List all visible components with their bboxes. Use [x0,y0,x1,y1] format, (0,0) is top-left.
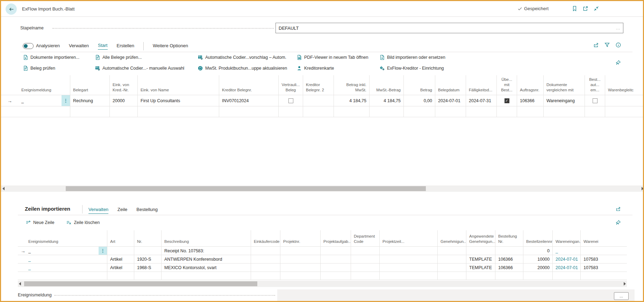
cell-bestellzeilennr[interactable]: 0 [523,247,552,255]
row-selector-cell[interactable]: → [18,247,26,255]
column-header-ereignismeldung[interactable]: Ereignismeldung [19,75,70,95]
cell-einkäufercode[interactable] [251,264,280,272]
column-header-belegart[interactable]: Belegart [70,75,109,95]
cell-beschreibung[interactable]: Receipt No. 107583: [161,247,251,255]
cell-bestellung-nr[interactable]: 106366 [495,264,523,272]
action-kreditorenkarte[interactable]: Kreditorenkarte [296,64,379,72]
menu-bestellung[interactable]: Bestellung [136,207,158,214]
cell-projektzeil[interactable] [379,255,437,263]
cell-ereignismeldung[interactable]: _⋮ [19,95,70,106]
collapse-icon[interactable] [593,6,599,12]
cell-warenei[interactable]: 107583 [580,264,627,272]
bookmark-icon[interactable] [572,6,578,12]
column-header-warenei[interactable]: Warenei [580,230,627,246]
cell-art[interactable]: Artikel [107,264,134,272]
checkbox[interactable]: ✓ [505,98,509,103]
cell-kreditor-belegnr[interactable]: INV07012024 [219,95,278,106]
cell-wareneingan[interactable]: 2024-07-01 [552,264,580,272]
cell-nr[interactable] [134,272,161,280]
cell-kreditor-belegnr[interactable] [219,106,278,117]
cell-department-code[interactable] [351,247,379,255]
cell-genehmigun[interactable] [437,247,466,255]
cell-warenbegleitc[interactable] [605,95,644,106]
cell-genehmigun[interactable] [437,255,466,263]
row-selector-cell[interactable] [18,264,26,272]
cell-projektaufgab[interactable] [320,247,351,255]
pin-icon[interactable] [615,60,621,65]
cell-projektaufgab[interactable] [320,255,351,263]
scroll-right-arrow[interactable] [642,187,644,190]
cell-nr[interactable] [134,247,161,255]
cell-belegdatum[interactable]: 2024-07-01 [435,95,466,106]
menu-erstellen[interactable]: Erstellen [117,43,135,50]
scroll-left-arrow[interactable] [2,187,5,190]
cell-wareneingan[interactable] [552,272,580,280]
column-header-dokumente-vergleichen-mit[interactable]: Dokumente vergleichen mit [543,75,585,95]
cell-angewendete-genehmigun[interactable] [466,272,495,280]
action-automatische-codier-manuelle-auswahl[interactable]: Automatische Codier...- manuelle Auswahl [95,64,198,72]
lower-scrollbar-thumb[interactable] [24,281,257,286]
action-alle-belege-prüfen[interactable]: Alle Belege prüfen... [95,54,198,61]
open-new-window-icon[interactable] [582,6,588,12]
cell-projektnr[interactable] [280,255,320,263]
cell-eink-von-kred-nr[interactable] [109,106,137,117]
table-row[interactable]: _Artikel1968-SMEXICO Kontorsstol, svartT… [18,263,627,272]
lower-horizontal-scrollbar[interactable] [18,281,627,287]
cell-einkäufercode[interactable] [251,247,280,255]
cell-betrag-inkl-mwst[interactable] [334,106,369,117]
cell-warenei[interactable] [580,247,627,255]
column-header-kreditor-belegnr-2[interactable]: Kreditor Belegnr. 2 [303,75,334,95]
cell-best-aut-em[interactable] [585,106,605,117]
column-header-bestellzeilennr[interactable]: Bestellzeilennr. [523,230,552,246]
table-row[interactable] [1,106,644,117]
cell-ereignismeldung[interactable]: _ [26,264,107,272]
row-selector-cell[interactable]: → [1,95,19,106]
cell-link[interactable]: _ [556,248,558,253]
menu-zeile[interactable]: Zeile [117,207,127,214]
column-header-beschreibung[interactable]: Beschreibung [161,230,251,246]
lines-scroll-right-arrow[interactable] [624,282,626,286]
row-menu-button[interactable]: ⋮ [99,247,107,255]
cell-vertrauli-beleg[interactable] [278,106,303,117]
column-header-betrag-inkl-mwst[interactable]: Betrag inkl. MwSt. [334,75,369,95]
cell-ereignismeldung[interactable]: _⋮ [26,247,107,255]
cell-bestellzeilennr[interactable] [523,272,552,280]
cell-ereignismeldung[interactable] [19,106,70,117]
cell-angewendete-genehmigun[interactable]: TEMPLATE [466,264,495,272]
cell-bestellzeilennr[interactable]: 20000 [523,264,552,272]
column-header-department-code[interactable]: Department Code [351,230,379,246]
cell-dokumente-vergleichen-mit[interactable]: Wareneingang [543,95,585,106]
cell-bestellung-nr[interactable]: 106366 [495,255,523,263]
action-zeile-löschen[interactable]: Zeile löschen [66,219,100,226]
action-pdf-viewer-in-neuem-tab-öffnen[interactable]: PDF-Viewer in neuem Tab öffnen [296,54,379,61]
lines-share-icon[interactable] [615,206,621,212]
batch-assist-edit-button[interactable]: ... [616,26,620,30]
menu-weitere-optionen[interactable]: Weitere Optionen [153,43,188,50]
action-beleg-prüfen[interactable]: Beleg prüfen [23,64,95,72]
column-header-eink-von-name[interactable]: Eink. von Name [137,75,219,95]
lines-pin-icon[interactable] [615,220,621,225]
column-header-mwst-betrag[interactable]: MwSt.-Betrag [369,75,403,95]
row-selector-cell[interactable] [1,106,19,117]
batch-name-field[interactable]: ... [276,23,623,33]
cell-department-code[interactable] [351,264,379,272]
cell-projektaufgab[interactable] [320,272,351,280]
cell-genehmigun[interactable] [437,272,466,280]
table-row-selected[interactable]: →_⋮Rechnung20000First Up ConsultantsINV0… [1,95,644,106]
column-header-vertrauli-beleg[interactable]: Vertrauli... Beleg [278,75,303,95]
cell-belegdatum[interactable] [435,106,466,117]
cell-warenei[interactable]: 107583 [580,255,627,263]
cell-art[interactable] [107,247,134,255]
column-header-art[interactable]: Art [107,230,134,246]
column-header-ereignismeldung[interactable]: Ereignismeldung [26,230,107,246]
cell-betrag[interactable]: 0,00 [403,95,435,106]
cell-kreditor-belegnr-2[interactable] [303,106,334,117]
cell-projektnr[interactable] [280,264,320,272]
cell-belegart[interactable]: Rechnung [70,95,109,106]
table-row-selected[interactable]: →_⋮Receipt No. 107583:0_ [18,246,627,255]
cell-einkäufercode[interactable] [251,255,280,263]
column-header-projektaufgab[interactable]: Projektaufgab... [320,230,351,246]
cell-dokumente-vergleichen-mit[interactable] [543,106,585,117]
column-header-übe-mit-best[interactable]: Übe... mit Best... [496,75,517,95]
cell-beschreibung[interactable]: ANTWERPEN Konferensbord [161,255,251,263]
